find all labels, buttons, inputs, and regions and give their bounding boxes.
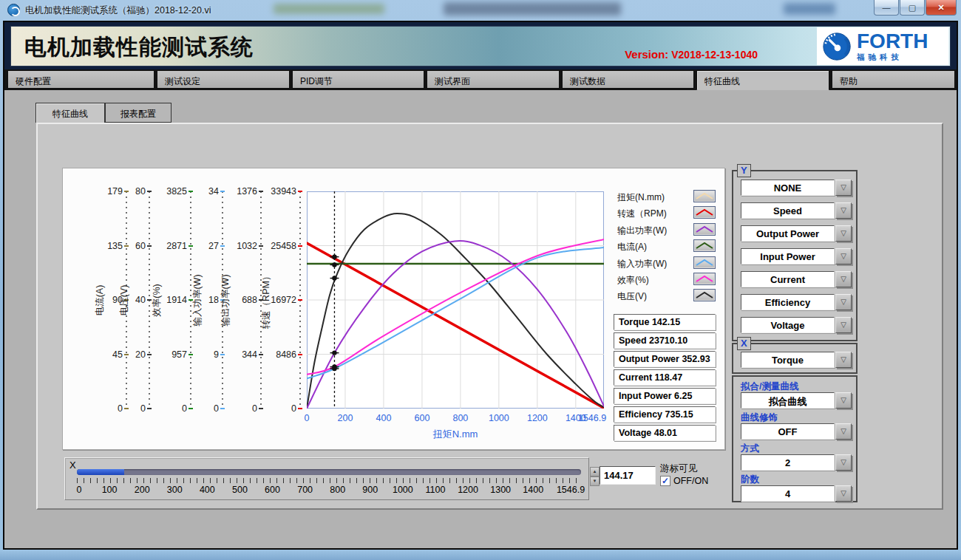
slider-tick-label: 600 (265, 485, 280, 495)
fit-select-2-value[interactable]: OFF (741, 423, 835, 440)
legend-label: 扭矩(N.mm) (617, 191, 665, 204)
slider-tick-label: 100 (102, 485, 118, 495)
tab-测试界面[interactable]: 测试界面 (427, 70, 560, 89)
app-title: 电机加载性能测试系统 (24, 33, 254, 63)
legend-swatch[interactable] (693, 273, 716, 285)
dropdown-arrow-icon[interactable]: ▽ (835, 485, 852, 502)
subtab-特征曲线[interactable]: 特征曲线 (35, 103, 105, 123)
dropdown-arrow-icon[interactable]: ▽ (835, 180, 852, 196)
y-axis-title: 电流(A) (94, 264, 106, 338)
fit-label-4: 阶数 (741, 474, 759, 486)
readout-input: Input Power 6.25 (614, 388, 716, 404)
y-axis-title: 输出功率(W) (220, 264, 232, 338)
y-axis-tick: 60 (113, 241, 146, 251)
y-axis-tick: 33943 (264, 186, 296, 197)
legend-line-icon (694, 224, 715, 235)
slider-tick-label: 300 (167, 485, 183, 495)
x-select-value[interactable]: Torque (741, 352, 835, 368)
close-button[interactable]: ✕ (926, 0, 957, 16)
dropdown-arrow-icon[interactable]: ▽ (835, 202, 852, 219)
slider-tick-label: 700 (297, 485, 313, 495)
slider-tick-label: 500 (232, 485, 248, 495)
x-axis-tick: 1546.9 (570, 413, 614, 423)
legend-swatch[interactable] (693, 256, 716, 269)
minimize-button[interactable]: — (874, 0, 899, 16)
y-select-2-value[interactable]: Speed (741, 202, 835, 219)
y-select-2[interactable]: Speed▽ (741, 202, 852, 219)
fit-select-3[interactable]: 2▽ (741, 454, 852, 471)
y-axis-major-tick (259, 191, 263, 192)
x-axis-selector-group: X Torque▽ (732, 343, 858, 374)
glass-blur-decoration (274, 4, 384, 14)
spinner-up-icon[interactable]: ▲ (590, 467, 600, 477)
fit-select-1[interactable]: 拟合曲线▽ (741, 392, 852, 409)
legend-swatch[interactable] (693, 239, 716, 252)
tab-测试设定[interactable]: 测试设定 (157, 70, 290, 89)
y-axis-tick: 1376 (225, 186, 257, 197)
tab-测试数据[interactable]: 测试数据 (562, 70, 694, 89)
y-axis-tick: 34 (186, 186, 219, 197)
y-axis-tick: 20 (113, 349, 146, 360)
x-slider-panel: X 01002003004005006007008009001000110012… (64, 457, 589, 500)
y-axis-title: 转速（RPM） (260, 264, 273, 338)
fit-select-3-value[interactable]: 2 (741, 454, 835, 471)
dropdown-arrow-icon[interactable]: ▽ (835, 271, 852, 287)
slider-fill (77, 469, 124, 475)
dropdown-arrow-icon[interactable]: ▽ (835, 352, 852, 368)
legend-swatch[interactable] (693, 289, 716, 301)
dropdown-arrow-icon[interactable]: ▽ (835, 392, 852, 409)
y-select-4-value[interactable]: Input Power (741, 248, 835, 264)
fit-select-4[interactable]: 4▽ (741, 485, 852, 502)
client-area: 电机加载性能测试系统 Version: V2018-12-13-1040 FOR (3, 21, 958, 550)
maximize-button[interactable]: ▢ (900, 0, 925, 16)
plot-area[interactable] (307, 191, 604, 409)
dropdown-arrow-icon[interactable]: ▽ (835, 225, 852, 242)
y-select-5-value[interactable]: Current (741, 271, 835, 287)
y-select-3[interactable]: Output Power▽ (741, 225, 852, 242)
y-select-3-value[interactable]: Output Power (741, 225, 835, 242)
spinner-down-icon[interactable]: ▼ (590, 477, 600, 486)
dropdown-arrow-icon[interactable]: ▽ (835, 454, 852, 471)
fit-select-1-value[interactable]: 拟合曲线 (741, 392, 835, 409)
tab-特征曲线[interactable]: 特征曲线 (696, 70, 829, 91)
tab-PID调节[interactable]: PID调节 (292, 70, 424, 89)
y-axis-major-tick (298, 245, 302, 247)
legend-swatch[interactable] (693, 206, 716, 219)
fit-select-2[interactable]: OFF▽ (741, 423, 852, 440)
window-title: 电机加载性能测试系统（福驰）2018-12-20.vi (25, 4, 211, 17)
cursor-visible-checkbox[interactable]: ✓ (660, 476, 670, 486)
dropdown-arrow-icon[interactable]: ▽ (835, 317, 852, 333)
y-select-6[interactable]: Efficiency▽ (741, 294, 852, 310)
y-group-label: Y (737, 164, 751, 177)
legend-swatch[interactable] (693, 190, 716, 202)
y-select-1-value[interactable]: NONE (741, 180, 835, 196)
y-select-6-value[interactable]: Efficiency (741, 294, 835, 310)
dropdown-arrow-icon[interactable]: ▽ (835, 294, 852, 310)
x-select[interactable]: Torque▽ (741, 352, 852, 368)
y-select-4[interactable]: Input Power▽ (741, 248, 852, 264)
y-select-7[interactable]: Voltage▽ (741, 317, 852, 333)
title-bar[interactable]: 电机加载性能测试系统（福驰）2018-12-20.vi — ▢ ✕ (0, 0, 961, 21)
cursor-x-spinner[interactable]: ▲ ▼ (590, 467, 600, 486)
y-axis-title: 电压(V) (118, 264, 131, 338)
y-axis-tick: 27 (186, 241, 219, 251)
window-frame-bottom (0, 550, 961, 560)
subtab-报表配置[interactable]: 报表配置 (105, 103, 172, 123)
y-axis-tick: 344 (225, 349, 257, 360)
dropdown-arrow-icon[interactable]: ▽ (835, 248, 852, 264)
y-axis-tick: 0 (113, 403, 146, 414)
y-select-7-value[interactable]: Voltage (741, 317, 835, 333)
legend-line-icon (694, 290, 715, 301)
fit-select-4-value[interactable]: 4 (741, 485, 835, 502)
cursor-x-value-field[interactable]: 144.17 (600, 466, 656, 485)
legend-swatch[interactable] (693, 223, 716, 236)
y-axis-major-tick (298, 191, 302, 192)
slider-tick-label: 400 (200, 485, 215, 495)
y-select-1[interactable]: NONE▽ (741, 180, 852, 196)
tab-硬件配置[interactable]: 硬件配置 (7, 70, 154, 89)
tab-帮助[interactable]: 帮助 (832, 70, 955, 89)
dropdown-arrow-icon[interactable]: ▽ (835, 423, 852, 440)
y-select-5[interactable]: Current▽ (741, 271, 852, 287)
readout-current: Current 118.47 (614, 369, 716, 386)
slider-track[interactable] (77, 469, 581, 475)
